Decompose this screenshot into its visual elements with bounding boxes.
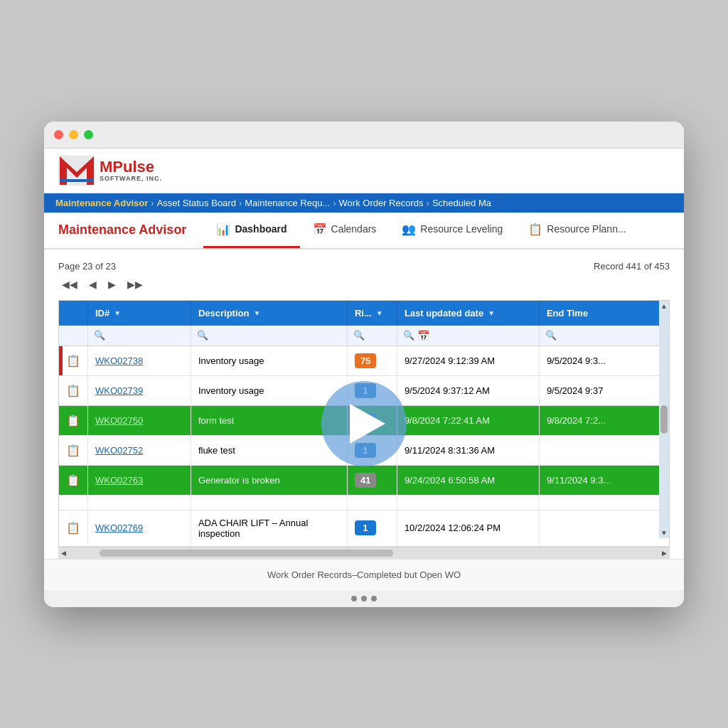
row-last-updated-cell: 9/24/2024 6:50:58 AM — [397, 465, 539, 495]
desc-filter-icon[interactable]: ▼ — [253, 309, 260, 317]
row-id-cell: WKO02752 — [88, 435, 191, 465]
tab-calendars[interactable]: 📅 Calendars — [300, 213, 390, 248]
date-filter-icon[interactable]: ▼ — [488, 309, 495, 317]
ri-badge: 75 — [355, 353, 376, 368]
ri-filter-icon[interactable]: ▼ — [376, 309, 383, 317]
resource-planning-icon: 📋 — [528, 223, 542, 236]
row-ri-cell — [347, 495, 397, 510]
breadcrumb: Maintenance Advisor › Asset Status Board… — [44, 193, 684, 213]
page-info: Page 23 of 23 — [58, 261, 116, 272]
close-button[interactable] — [54, 130, 63, 139]
brand-name: MPulse — [100, 159, 162, 175]
clipboard-icon: 📋 — [66, 444, 80, 456]
id-filter-icon[interactable]: ▼ — [114, 309, 121, 317]
search-date-icon: 🔍 — [403, 330, 414, 341]
software-line: SOFTWARE, INC. — [100, 175, 162, 182]
play-triangle-icon — [350, 404, 385, 444]
table-row: 📋WKO02769ADA CHAIR LIFT – Annual inspect… — [59, 510, 669, 546]
scroll-right-button[interactable]: ▶ — [659, 550, 670, 557]
breadcrumb-item-4[interactable]: Scheduled Ma — [432, 198, 491, 208]
calendars-icon: 📅 — [313, 223, 327, 236]
search-id-icon: 🔍 — [94, 330, 105, 341]
th-description: Description ▼ — [191, 301, 347, 326]
first-page-button[interactable]: ◀◀ — [58, 277, 81, 291]
footer: Work Order Records–Completed but Open WO — [44, 559, 684, 590]
th-id: ID# ▼ — [88, 301, 191, 326]
vertical-scrollbar[interactable]: ▲ ▼ — [659, 301, 669, 538]
work-order-link[interactable]: WKO02763 — [95, 475, 143, 486]
row-description-cell: ADA CHAIR LIFT – Annual inspection — [191, 510, 347, 546]
m-logo-svg — [60, 156, 94, 185]
row-end-time-cell — [539, 495, 668, 510]
clipboard-icon: 📋 — [66, 385, 80, 397]
work-order-link[interactable]: WKO02738 — [95, 355, 143, 366]
maximize-button[interactable] — [84, 130, 93, 139]
calendar-icon[interactable]: 📅 — [417, 330, 429, 341]
logo-text: MPulse SOFTWARE, INC. — [100, 159, 162, 182]
minimize-button[interactable] — [69, 130, 78, 139]
horizontal-scrollbar[interactable]: ◀ ▶ — [58, 547, 670, 559]
play-button[interactable] — [321, 381, 407, 466]
dashboard-icon: 📊 — [216, 223, 230, 236]
prev-page-button[interactable]: ◀ — [85, 277, 100, 291]
pagination-info: Page 23 of 23 Record 441 of 453 — [58, 261, 670, 272]
search-row: 🔍 🔍 🔍 — [59, 326, 669, 346]
search-ri-icon: 🔍 — [353, 330, 365, 341]
search-icon-col — [59, 326, 88, 346]
content-area: Page 23 of 23 Record 441 of 453 ◀◀ ◀ ▶ ▶… — [44, 250, 684, 559]
next-page-button[interactable]: ▶ — [105, 277, 119, 291]
row-ri-cell: 1 — [347, 510, 397, 546]
breadcrumb-item-0[interactable]: Maintenance Advisor — [55, 198, 148, 208]
table-container: ID# ▼ Description ▼ — [58, 300, 670, 559]
row-end-time-cell: 9/5/2024 9:37 — [539, 375, 668, 405]
scroll-left-button[interactable]: ◀ — [58, 550, 69, 557]
work-order-link[interactable]: WKO02752 — [95, 445, 143, 456]
tab-resource-leveling[interactable]: 👥 Resource Leveling — [389, 213, 515, 248]
scroll-thumb-v[interactable] — [660, 405, 668, 434]
row-id-cell: WKO02739 — [88, 375, 191, 405]
clipboard-icon: 📋 — [66, 522, 80, 534]
row-end-time-cell: 9/8/2024 7:2... — [539, 405, 668, 435]
table-row: 📋WKO02738Inventory usage759/27/2024 9:12… — [59, 346, 669, 375]
tab-dashboard[interactable]: 📊 Dashboard — [203, 213, 299, 248]
breadcrumb-sep-1: › — [239, 198, 242, 208]
row-description-cell: Inventory usage — [191, 346, 347, 375]
footer-label: Work Order Records–Completed but Open WO — [267, 569, 461, 580]
last-page-button[interactable]: ▶▶ — [124, 277, 146, 291]
search-ri-cell: 🔍 — [347, 326, 397, 346]
app-window: MPulse SOFTWARE, INC. Maintenance Adviso… — [44, 122, 684, 607]
row-description-cell: fluke test — [191, 435, 347, 465]
th-last-updated: Last updated date ▼ — [397, 301, 539, 326]
work-order-link[interactable]: WKO02769 — [95, 523, 143, 533]
tab-resource-planning[interactable]: 📋 Resource Plann... — [515, 213, 638, 248]
nav-bar: Maintenance Advisor 📊 Dashboard 📅 Calend… — [44, 213, 684, 250]
row-last-updated-cell: 9/5/2024 9:37:12 AM — [397, 375, 539, 405]
row-last-updated-cell: 9/8/2024 7:22:41 AM — [397, 405, 539, 435]
work-order-link[interactable]: WKO02739 — [95, 385, 143, 396]
scroll-up-button[interactable]: ▲ — [660, 302, 668, 310]
row-last-updated-cell: 9/11/2024 8:31:36 AM — [397, 435, 539, 465]
row-last-updated-cell: 10/2/2024 12:06:24 PM — [397, 510, 539, 546]
row-end-time-cell — [539, 435, 668, 465]
tab-resource-planning-label: Resource Plann... — [547, 223, 626, 235]
row-icon-cell: 📋 — [59, 405, 88, 435]
breadcrumb-sep-0: › — [151, 198, 154, 208]
tab-dashboard-label: Dashboard — [235, 223, 287, 235]
breadcrumb-item-3[interactable]: Work Order Records — [339, 198, 424, 208]
app-header: MPulse SOFTWARE, INC. — [44, 149, 684, 193]
scroll-down-button[interactable]: ▼ — [660, 529, 668, 537]
ri-badge: 1 — [355, 520, 376, 535]
pagination-controls: ◀◀ ◀ ▶ ▶▶ — [58, 277, 670, 291]
table-row — [59, 495, 669, 510]
row-icon-cell — [59, 495, 88, 510]
search-desc-icon: 🔍 — [197, 330, 208, 341]
logo: MPulse SOFTWARE, INC. — [58, 156, 162, 186]
breadcrumb-item-1[interactable]: Asset Status Board — [157, 198, 236, 208]
work-order-link[interactable]: WKO02750 — [95, 415, 143, 426]
row-id-cell: WKO02763 — [88, 465, 191, 495]
row-ri-cell: 41 — [347, 465, 397, 495]
dock — [44, 590, 684, 607]
breadcrumb-item-2[interactable]: Maintenance Requ... — [245, 198, 330, 208]
clipboard-icon: 📋 — [66, 474, 80, 486]
search-endtime-cell: 🔍 — [539, 326, 668, 346]
